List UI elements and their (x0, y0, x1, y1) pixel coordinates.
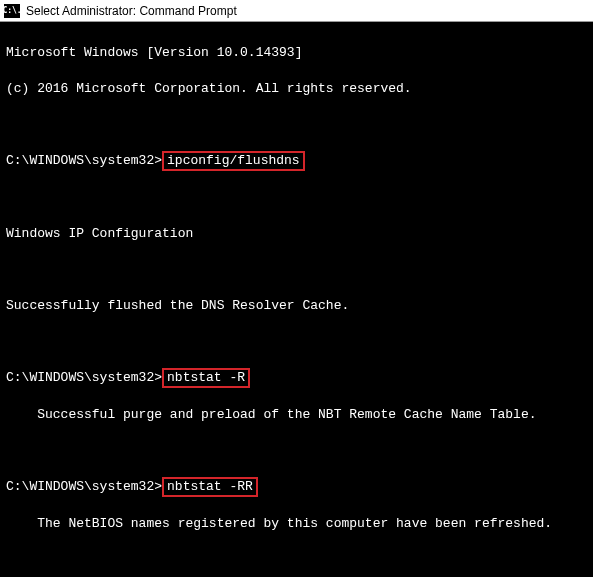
text-line: Windows IP Configuration (6, 225, 587, 243)
highlight-box: nbtstat -R (162, 368, 250, 388)
cmd-icon: C:\. (4, 4, 20, 18)
text-line: Successfully flushed the DNS Resolver Ca… (6, 297, 587, 315)
terminal-output[interactable]: Microsoft Windows [Version 10.0.14393] (… (0, 22, 593, 577)
text-line: (c) 2016 Microsoft Corporation. All righ… (6, 80, 587, 98)
titlebar[interactable]: C:\. Select Administrator: Command Promp… (0, 0, 593, 22)
text-line: Microsoft Windows [Version 10.0.14393] (6, 44, 587, 62)
text-line: The NetBIOS names registered by this com… (6, 515, 587, 533)
highlight-box: ipconfig/flushdns (162, 151, 305, 171)
window-title: Select Administrator: Command Prompt (26, 4, 237, 18)
text-line: Successful purge and preload of the NBT … (6, 406, 587, 424)
prompt-line: C:\WINDOWS\system32>ipconfig/flushdns (6, 152, 587, 171)
prompt: C:\WINDOWS\system32> (6, 153, 162, 168)
highlight-box: nbtstat -RR (162, 477, 258, 497)
prompt-line: C:\WINDOWS\system32>nbtstat -RR (6, 478, 587, 497)
prompt: C:\WINDOWS\system32> (6, 370, 162, 385)
prompt-line: C:\WINDOWS\system32>nbtstat -R (6, 369, 587, 388)
prompt: C:\WINDOWS\system32> (6, 479, 162, 494)
